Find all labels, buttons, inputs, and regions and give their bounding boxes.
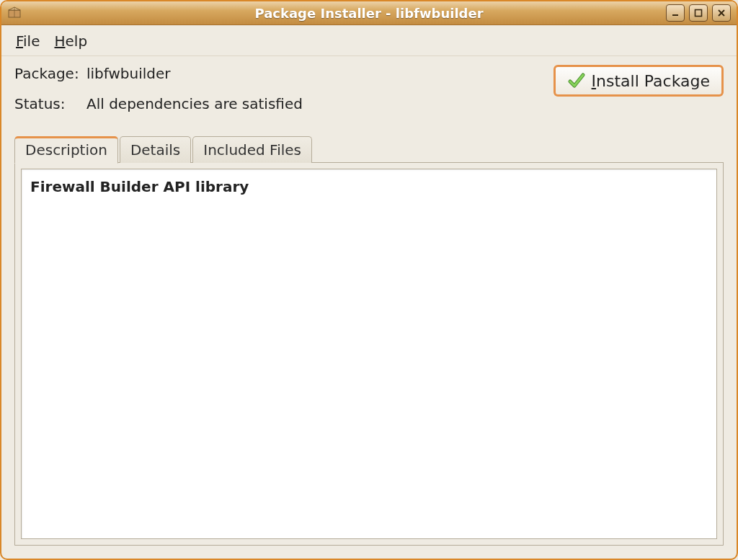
minimize-button[interactable]: [666, 4, 685, 22]
install-package-button[interactable]: Install Package: [554, 65, 724, 97]
window-title: Package Installer - libfwbuilder: [1, 6, 737, 21]
menu-help[interactable]: Help: [54, 32, 87, 50]
status-label: Status:: [14, 95, 86, 112]
titlebar[interactable]: Package Installer - libfwbuilder: [1, 1, 737, 25]
svg-rect-4: [695, 10, 702, 17]
close-button[interactable]: [712, 4, 731, 22]
tabs: Description Details Included Files Firew…: [14, 135, 724, 546]
content-area: Package: libfwbuilder Status: All depend…: [1, 56, 737, 559]
package-installer-window: Package Installer - libfwbuilder File He…: [0, 0, 738, 560]
tab-strip: Description Details Included Files: [14, 135, 724, 162]
description-text[interactable]: Firewall Builder API library: [21, 169, 717, 539]
tab-description[interactable]: Description: [14, 136, 118, 164]
package-value: libfwbuilder: [86, 65, 171, 82]
window-controls: [666, 4, 731, 22]
package-icon: [7, 6, 22, 20]
menu-file[interactable]: File: [16, 32, 40, 50]
tab-details[interactable]: Details: [120, 136, 191, 163]
tab-included-files[interactable]: Included Files: [192, 136, 312, 163]
maximize-button[interactable]: [689, 4, 708, 22]
package-label: Package:: [14, 65, 86, 82]
install-package-label: Install Package: [592, 72, 710, 90]
status-value: All dependencies are satisfied: [86, 95, 303, 112]
tab-body: Firewall Builder API library: [14, 162, 724, 546]
menubar: File Help: [1, 25, 737, 56]
top-section: Package: libfwbuilder Status: All depend…: [14, 65, 724, 121]
check-icon: [567, 71, 586, 90]
